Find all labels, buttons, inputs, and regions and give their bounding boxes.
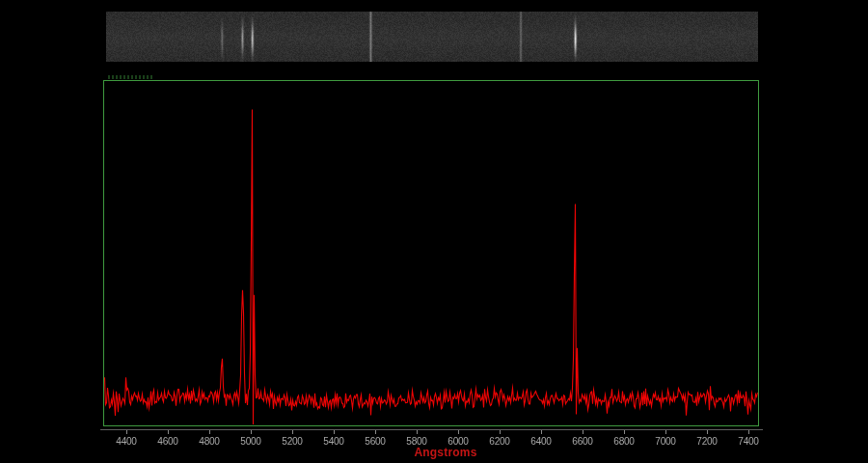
x-tick-label: 7000 xyxy=(655,435,675,447)
x-tick-mark xyxy=(748,430,749,434)
x-tick-mark xyxy=(458,430,459,434)
x-tick-label: 6400 xyxy=(530,435,551,447)
x-tick-label: 4800 xyxy=(199,435,219,447)
x-tick-label: 4400 xyxy=(116,435,136,447)
x-tick-mark xyxy=(334,430,335,434)
x-tick-label: 5200 xyxy=(282,435,302,447)
tiny-illegible-annotation xyxy=(108,75,154,79)
x-axis-line xyxy=(100,429,763,430)
x-tick-label: 5600 xyxy=(365,435,385,447)
x-tick-label: 6600 xyxy=(572,435,592,447)
x-tick-mark xyxy=(500,430,501,434)
x-tick-mark xyxy=(168,430,169,434)
x-tick-label: 5000 xyxy=(240,435,260,447)
x-tick-label: 6200 xyxy=(489,435,509,447)
x-tick-label: 4600 xyxy=(157,435,177,447)
spectrum-1d-plot[interactable] xyxy=(104,81,758,425)
plot-frame xyxy=(103,80,759,426)
x-tick-mark xyxy=(126,430,127,434)
x-tick-label: 7200 xyxy=(696,435,717,447)
x-tick-mark xyxy=(209,430,210,434)
x-tick-label: 6800 xyxy=(613,435,634,447)
x-tick-mark xyxy=(583,430,583,434)
x-tick-mark xyxy=(292,430,293,434)
x-tick-mark xyxy=(707,430,708,434)
x-tick-mark xyxy=(665,430,666,434)
x-axis-title: Angstroms xyxy=(414,446,476,459)
x-tick-mark xyxy=(417,430,418,434)
x-tick-label: 5400 xyxy=(323,435,343,447)
x-tick-mark xyxy=(541,430,542,434)
x-tick-mark xyxy=(624,430,625,434)
spectrum-viewer-window: 4400460048005000520054005600580060006200… xyxy=(0,0,868,463)
x-tick-mark xyxy=(375,430,376,434)
x-tick-label: 7400 xyxy=(739,435,759,447)
x-tick-mark xyxy=(251,430,252,434)
spectrum-2d-strip-image[interactable] xyxy=(106,12,758,62)
